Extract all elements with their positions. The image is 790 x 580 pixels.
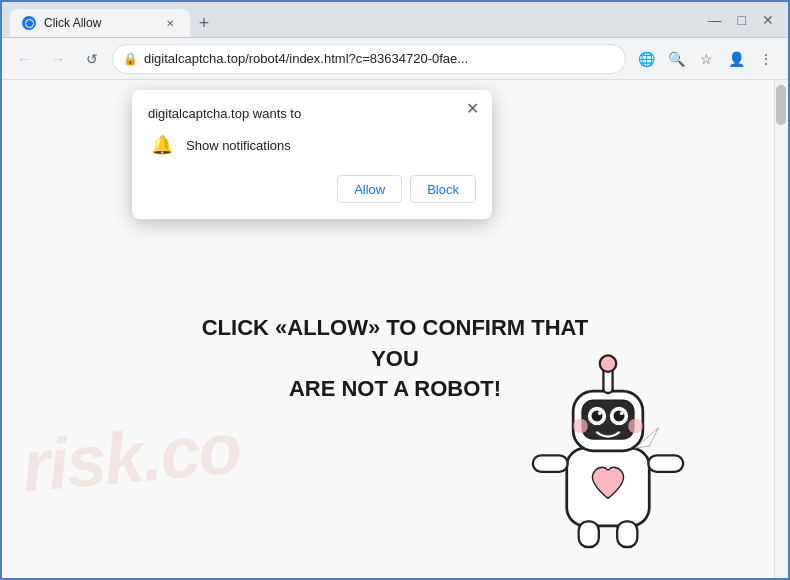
tab-favicon <box>22 16 36 30</box>
svg-rect-13 <box>533 455 568 471</box>
svg-point-3 <box>600 355 617 372</box>
bell-icon: 🔔 <box>148 131 176 159</box>
allow-button[interactable]: Allow <box>337 175 402 203</box>
tab-title: Click Allow <box>44 16 154 30</box>
content-area: risk.co CLICK «ALLOW» TO CONFIRM THAT YO… <box>2 80 788 578</box>
bookmark-button[interactable]: ☆ <box>692 45 720 73</box>
captcha-text: CLICK «ALLOW» TO CONFIRM THAT YOU ARE NO… <box>195 313 595 405</box>
captcha-line1: CLICK «ALLOW» TO CONFIRM THAT YOU <box>202 315 589 371</box>
tab-close-button[interactable]: ✕ <box>162 15 178 31</box>
browser-window: Click Allow ✕ + — □ ✕ ← → ↺ 🔒 digitalcap… <box>0 0 790 580</box>
close-button[interactable]: ✕ <box>756 13 780 27</box>
page-content: CLICK «ALLOW» TO CONFIRM THAT YOU ARE NO… <box>195 253 595 405</box>
popup-notification-label: Show notifications <box>186 138 291 153</box>
search-button[interactable]: 🔍 <box>662 45 690 73</box>
new-tab-button[interactable]: + <box>190 9 218 37</box>
svg-point-12 <box>628 419 643 434</box>
url-text: digitalcaptcha.top/robot4/index.html?c=8… <box>144 51 615 66</box>
minimize-button[interactable]: — <box>702 13 728 27</box>
popup-title: digitalcaptcha.top wants to <box>148 106 476 121</box>
popup-buttons: Allow Block <box>148 175 476 203</box>
svg-point-10 <box>620 411 624 415</box>
block-button[interactable]: Block <box>410 175 476 203</box>
refresh-button[interactable]: ↺ <box>78 45 106 73</box>
svg-point-11 <box>573 419 588 434</box>
menu-button[interactable]: ⋮ <box>752 45 780 73</box>
window-controls: — □ ✕ <box>702 13 780 27</box>
webpage-background: risk.co CLICK «ALLOW» TO CONFIRM THAT YO… <box>2 80 788 578</box>
address-bar[interactable]: 🔒 digitalcaptcha.top/robot4/index.html?c… <box>112 44 626 74</box>
forward-button[interactable]: → <box>44 45 72 73</box>
watermark-text: risk.co <box>19 407 243 508</box>
notification-popup: ✕ digitalcaptcha.top wants to 🔔 Show not… <box>132 90 492 219</box>
lock-icon: 🔒 <box>123 52 138 66</box>
svg-rect-15 <box>579 521 599 547</box>
translate-button[interactable]: 🌐 <box>632 45 660 73</box>
scrollbar-thumb[interactable] <box>776 85 786 125</box>
nav-bar: ← → ↺ 🔒 digitalcaptcha.top/robot4/index.… <box>2 38 788 80</box>
title-bar: Click Allow ✕ + — □ ✕ <box>2 2 788 38</box>
svg-point-9 <box>598 411 602 415</box>
scrollbar[interactable] <box>774 80 788 578</box>
popup-notification-row: 🔔 Show notifications <box>148 131 476 159</box>
captcha-line2: ARE NOT A ROBOT! <box>289 376 501 401</box>
popup-close-button[interactable]: ✕ <box>462 98 482 118</box>
active-tab[interactable]: Click Allow ✕ <box>10 9 190 37</box>
svg-rect-16 <box>617 521 637 547</box>
back-button[interactable]: ← <box>10 45 38 73</box>
tab-area: Click Allow ✕ + <box>10 2 690 37</box>
maximize-button[interactable]: □ <box>732 13 752 27</box>
profile-button[interactable]: 👤 <box>722 45 750 73</box>
nav-right-icons: 🌐 🔍 ☆ 👤 ⋮ <box>632 45 780 73</box>
svg-rect-14 <box>648 455 683 471</box>
